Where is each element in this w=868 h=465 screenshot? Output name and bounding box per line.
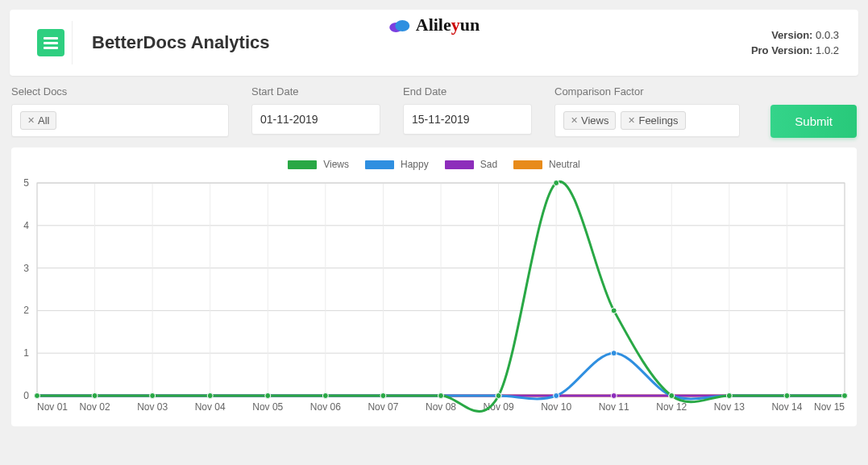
svg-text:0: 0 [23, 390, 29, 401]
analytics-chart: 012345Nov 01Nov 02Nov 03Nov 04Nov 05Nov … [15, 178, 853, 420]
legend-item-sad[interactable]: Sad [445, 159, 497, 170]
svg-text:Nov 14: Nov 14 [771, 401, 802, 413]
svg-point-92 [150, 393, 156, 399]
close-icon[interactable]: ✕ [571, 115, 578, 126]
start-date-input[interactable]: 01-11-2019 [251, 104, 380, 135]
cloud-icon [388, 17, 411, 33]
svg-text:4: 4 [23, 220, 29, 231]
version-label: Version: [771, 29, 812, 41]
svg-point-96 [380, 393, 386, 399]
svg-text:Nov 01: Nov 01 [37, 401, 68, 413]
svg-point-91 [92, 393, 98, 399]
start-date-label: Start Date [251, 85, 380, 98]
pro-version-label: Pro Version: [751, 44, 813, 56]
svg-point-103 [784, 393, 790, 399]
end-date-column: End Date 15-11-2019 [403, 85, 532, 135]
swatch-icon [288, 160, 317, 169]
svg-point-84 [554, 393, 559, 399]
submit-button[interactable]: Submit [770, 105, 857, 138]
select-docs-label: Select Docs [11, 85, 229, 98]
swatch-icon [513, 160, 542, 169]
svg-text:Nov 02: Nov 02 [80, 401, 110, 413]
svg-text:5: 5 [23, 178, 29, 189]
svg-point-101 [669, 393, 675, 399]
svg-point-99 [554, 181, 559, 186]
svg-point-85 [611, 351, 617, 356]
svg-point-100 [611, 308, 617, 313]
chart-card: Views Happy Sad Neutral 012345Nov 01Nov … [11, 147, 857, 426]
svg-point-94 [265, 393, 271, 399]
brand-logo: Alileyun [388, 15, 480, 35]
comparison-chip-views[interactable]: ✕Views [563, 111, 616, 130]
svg-text:2: 2 [23, 305, 29, 316]
svg-text:Nov 15: Nov 15 [814, 401, 845, 413]
app-icon-box [29, 21, 73, 64]
end-date-label: End Date [403, 85, 532, 98]
svg-text:Nov 04: Nov 04 [195, 401, 226, 413]
comparison-input[interactable]: ✕Views ✕Feelings [554, 104, 740, 137]
submit-column: Submit [770, 85, 857, 138]
svg-text:Nov 08: Nov 08 [426, 401, 456, 413]
start-date-column: Start Date 01-11-2019 [251, 85, 380, 135]
svg-text:1: 1 [23, 347, 29, 359]
legend-item-neutral[interactable]: Neutral [513, 159, 580, 170]
svg-point-70 [611, 393, 617, 399]
svg-point-102 [726, 393, 732, 399]
svg-point-93 [207, 393, 213, 399]
page-title: BetterDocs Analytics [92, 32, 269, 53]
legend-item-happy[interactable]: Happy [365, 159, 429, 170]
chart-legend: Views Happy Sad Neutral [15, 154, 853, 178]
svg-text:Nov 05: Nov 05 [252, 401, 283, 413]
svg-text:Nov 07: Nov 07 [368, 401, 398, 413]
select-docs-column: Select Docs ✕All [11, 85, 229, 137]
version-value: 0.0.3 [816, 29, 839, 41]
header-card: BetterDocs Analytics Alileyun Version: 0… [10, 10, 858, 76]
svg-text:Nov 11: Nov 11 [599, 401, 629, 413]
close-icon[interactable]: ✕ [628, 115, 635, 126]
docs-chip-all[interactable]: ✕All [20, 111, 56, 130]
comparison-chip-feelings[interactable]: ✕Feelings [621, 111, 685, 130]
svg-text:Nov 12: Nov 12 [656, 401, 687, 413]
svg-text:Nov 13: Nov 13 [714, 401, 745, 413]
pro-version-value: 1.0.2 [816, 44, 839, 56]
svg-text:Nov 09: Nov 09 [484, 401, 514, 413]
swatch-icon [365, 160, 394, 169]
legend-item-views[interactable]: Views [288, 159, 349, 170]
brand-text: Alileyun [416, 15, 480, 35]
comparison-label: Comparison Factor [554, 85, 740, 98]
svg-point-1 [395, 20, 409, 31]
svg-point-95 [322, 393, 328, 399]
select-docs-input[interactable]: ✕All [11, 104, 229, 137]
comparison-column: Comparison Factor ✕Views ✕Feelings [554, 85, 740, 137]
swatch-icon [445, 160, 474, 169]
versions: Version: 0.0.3 Pro Version: 1.0.2 [751, 27, 839, 59]
svg-text:3: 3 [23, 263, 29, 274]
end-date-input[interactable]: 15-11-2019 [403, 104, 532, 135]
filters-row: Select Docs ✕All Start Date 01-11-2019 E… [0, 85, 868, 147]
svg-text:Nov 10: Nov 10 [541, 401, 571, 413]
svg-text:Nov 06: Nov 06 [310, 401, 341, 413]
svg-point-90 [35, 393, 40, 399]
svg-point-98 [496, 393, 501, 399]
doc-icon [37, 29, 64, 56]
svg-point-97 [438, 393, 444, 399]
close-icon[interactable]: ✕ [27, 115, 35, 126]
svg-point-104 [842, 393, 848, 399]
svg-text:Nov 03: Nov 03 [137, 401, 168, 413]
